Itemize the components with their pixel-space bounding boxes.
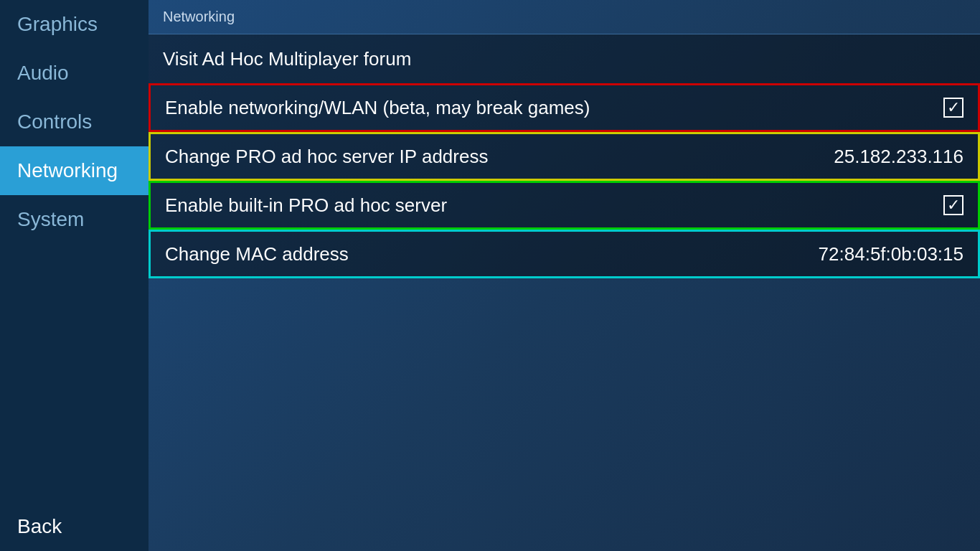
enable-networking-checkbox[interactable]: ✓ — [943, 98, 963, 118]
visit-adhoc-label: Visit Ad Hoc Multiplayer forum — [163, 48, 411, 70]
menu-item-change-mac[interactable]: Change MAC address 72:84:5f:0b:03:15 — [149, 230, 980, 278]
sidebar-item-graphics[interactable]: Graphics — [0, 0, 149, 49]
section-title: Networking — [163, 9, 235, 24]
section-header: Networking — [149, 0, 980, 34]
sidebar-item-system[interactable]: System — [0, 195, 149, 244]
menu-item-visit-adhoc[interactable]: Visit Ad Hoc Multiplayer forum — [149, 34, 980, 83]
sidebar-item-label-networking: Networking — [17, 159, 118, 182]
enable-builtin-pro-checkbox[interactable]: ✓ — [943, 195, 963, 215]
enable-networking-label: Enable networking/WLAN (beta, may break … — [165, 97, 590, 119]
change-mac-label: Change MAC address — [165, 243, 349, 265]
change-pro-ip-value: 25.182.233.116 — [834, 146, 963, 168]
sidebar-item-networking[interactable]: Networking — [0, 146, 149, 195]
sidebar-item-label-graphics: Graphics — [17, 13, 98, 36]
main-content: Networking Visit Ad Hoc Multiplayer foru… — [149, 0, 980, 551]
sidebar: Graphics Audio Controls Networking Syste… — [0, 0, 149, 551]
sidebar-item-label-audio: Audio — [17, 62, 69, 85]
sidebar-item-audio[interactable]: Audio — [0, 49, 149, 98]
menu-item-enable-networking[interactable]: Enable networking/WLAN (beta, may break … — [149, 83, 980, 132]
change-pro-ip-label: Change PRO ad hoc server IP address — [165, 146, 488, 168]
menu-item-change-pro-ip[interactable]: Change PRO ad hoc server IP address 25.1… — [149, 132, 980, 181]
back-button[interactable]: Back — [0, 502, 149, 551]
sidebar-item-label-system: System — [17, 208, 84, 231]
sidebar-item-controls[interactable]: Controls — [0, 98, 149, 146]
back-label: Back — [17, 515, 62, 537]
menu-item-enable-builtin-pro[interactable]: Enable built-in PRO ad hoc server ✓ — [149, 181, 980, 230]
enable-builtin-pro-label: Enable built-in PRO ad hoc server — [165, 194, 447, 217]
sidebar-item-label-controls: Controls — [17, 110, 92, 133]
change-mac-value: 72:84:5f:0b:03:15 — [819, 243, 963, 265]
